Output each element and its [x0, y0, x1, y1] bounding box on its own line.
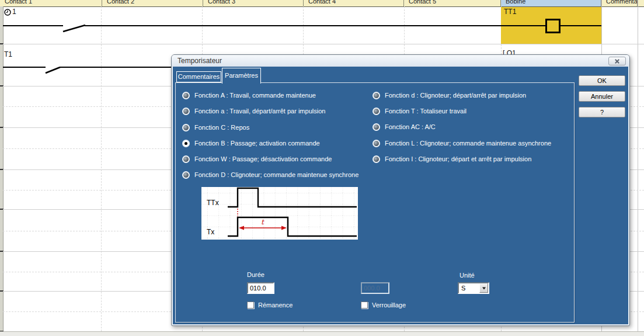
unite-label: Unité — [459, 272, 475, 279]
radio-fonction-L[interactable]: Fonction L : Clignoteur; commande mainte… — [373, 139, 551, 147]
signal-label-ttx: TTx — [207, 199, 219, 207]
radio-fonction-I[interactable]: Fonction I : Clignoteur; départ et arrêt… — [373, 155, 531, 163]
remanence-checkbox[interactable] — [247, 302, 254, 309]
column-header-contact-5[interactable]: Contact 5 — [404, 0, 501, 6]
dialog-titlebar: Temporisateur — [172, 55, 629, 67]
column-header-spare — [638, 0, 644, 6]
rung-wire — [60, 67, 189, 68]
signal-label-tx: Tx — [207, 228, 214, 236]
coil-symbol[interactable] — [545, 19, 561, 33]
radio-fonction-AC[interactable]: Fonction AC : A/C — [373, 123, 436, 131]
contact-label[interactable]: 1 — [12, 8, 16, 16]
radio-icon[interactable] — [373, 155, 380, 163]
column-header-bobine[interactable]: Bobine — [501, 0, 601, 6]
close-button[interactable] — [608, 57, 626, 65]
radio-icon[interactable] — [182, 108, 190, 115]
parametres-tab-page: Fonction A : Travail, commande maintenue… — [175, 82, 575, 323]
radio-icon[interactable] — [182, 171, 190, 179]
dialog-body: Commentaires Paramètres Fonction A : Tra… — [173, 67, 628, 324]
open-contact-symbol[interactable] — [43, 64, 62, 75]
radio-icon[interactable] — [182, 155, 190, 163]
tab-commentaires[interactable]: Commentaires — [176, 71, 221, 82]
ladder-editor-screen: Contact 1 Contact 2 Contact 3 Contact 4 … — [0, 0, 644, 336]
grid-vline — [638, 0, 638, 331]
ok-button[interactable]: OK — [579, 75, 625, 86]
chevron-down-icon — [482, 287, 486, 289]
column-header-contact-1[interactable]: Contact 1 — [0, 0, 102, 6]
grid-bottom-margin — [0, 331, 644, 336]
timing-diagram: TTx Tx t — [201, 187, 358, 240]
row-separator — [3, 44, 644, 44]
remanence-checkbox-row[interactable]: Rémanence — [247, 301, 293, 309]
radio-icon[interactable] — [182, 124, 190, 131]
rung-wire — [3, 25, 63, 26]
clock-icon — [4, 9, 11, 16]
radio-fonction-d[interactable]: Fonction d : Clignoteur; départ/arrêt pa… — [373, 91, 526, 99]
radio-fonction-W[interactable]: Fonction W : Passage; désactivation comm… — [182, 155, 332, 163]
radio-icon[interactable] — [373, 92, 380, 99]
radio-fonction-D[interactable]: Fonction D : Clignoteur; commande mainte… — [182, 171, 358, 179]
dropdown-button[interactable] — [479, 283, 488, 293]
open-contact-symbol[interactable] — [61, 23, 88, 33]
column-header-commentaire[interactable]: Commentaire — [601, 0, 638, 6]
duree-input[interactable]: 010.0 — [247, 282, 274, 294]
column-header-contact-2[interactable]: Contact 2 — [102, 0, 203, 6]
column-header-contact-3[interactable]: Contact 3 — [203, 0, 304, 6]
radio-icon[interactable] — [373, 123, 380, 131]
rung-wire — [3, 67, 46, 68]
radio-fonction-T[interactable]: Fonction T : Totaliseur travail — [373, 107, 467, 115]
tab-parametres[interactable]: Paramètres — [222, 68, 261, 84]
grid-vline — [101, 6, 102, 331]
radio-fonction-C[interactable]: Fonction C : Repos — [182, 123, 249, 131]
help-button[interactable]: ? — [579, 107, 625, 117]
column-header-row: Contact 1 Contact 2 Contact 3 Contact 4 … — [0, 0, 644, 7]
verrouillage-checkbox-row[interactable]: Verrouillage — [361, 301, 406, 309]
radio-icon[interactable] — [182, 92, 190, 99]
radio-fonction-B[interactable]: Fonction B : Passage; activation command… — [182, 139, 320, 147]
dialog-title: Temporisateur — [177, 55, 222, 67]
unite-selected-value: S — [461, 283, 465, 293]
radio-icon[interactable] — [373, 108, 380, 115]
contact-label[interactable]: T1 — [4, 50, 12, 58]
temporisateur-dialog: Temporisateur Commentaires Paramètres Fo… — [171, 54, 630, 326]
verrouillage-checkbox[interactable] — [361, 302, 368, 309]
secondary-duration-input-disabled: 000.0 — [361, 282, 389, 294]
radio-icon-selected[interactable] — [182, 140, 190, 147]
coil-label[interactable]: TT1 — [504, 8, 516, 16]
duree-label: Durée — [247, 271, 264, 278]
radio-icon[interactable] — [373, 140, 380, 147]
column-header-contact-4[interactable]: Contact 4 — [304, 0, 404, 6]
radio-fonction-A[interactable]: Fonction A : Travail, commande maintenue — [182, 91, 316, 99]
unite-dropdown[interactable]: S — [458, 282, 489, 294]
cancel-button[interactable]: Annuler — [579, 91, 625, 102]
radio-fonction-a[interactable]: Fonction a : Travail, départ/arrêt par i… — [182, 107, 325, 115]
rung-wire — [85, 25, 601, 26]
